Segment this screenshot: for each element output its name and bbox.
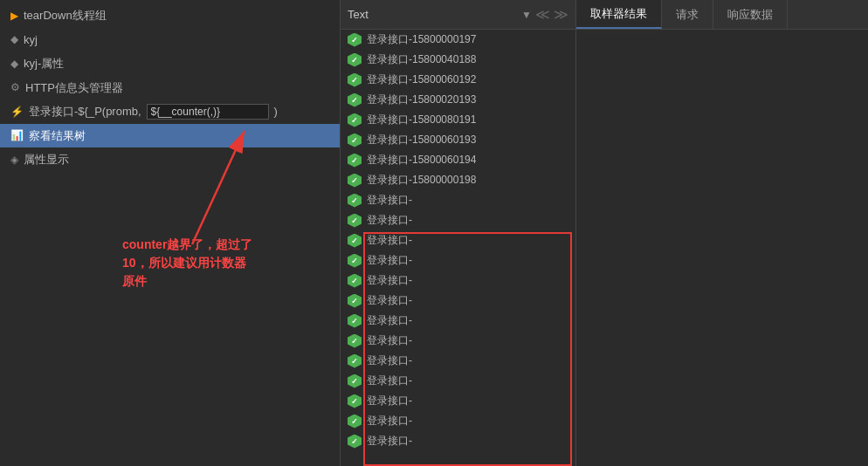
middle-list-item[interactable]: 登录接口- (341, 250, 575, 271)
shield-icon (348, 374, 362, 388)
shield-icon (348, 113, 362, 127)
right-content (576, 30, 868, 466)
middle-panel-header: Text ▼ ≪ ≫ (341, 0, 575, 30)
attr-icon: ◆ (10, 56, 18, 72)
shield-icon (348, 274, 362, 288)
middle-list-item[interactable]: 登录接口- (341, 230, 575, 250)
sidebar-item-label: HTTP信息头管理器 (25, 79, 123, 97)
tab-sampler-result[interactable]: 取样器结果 (576, 0, 662, 29)
list-item-label: 登录接口- (367, 293, 412, 308)
right-panel: 取样器结果 请求 响应数据 (576, 0, 868, 466)
sidebar-item-label: kyj (24, 31, 38, 49)
middle-list-item[interactable]: 登录接口-15800000197 (341, 30, 575, 50)
middle-list-item[interactable]: 登录接口- (341, 271, 575, 291)
shield-icon (348, 33, 362, 47)
middle-list-item[interactable]: 登录接口- (341, 431, 575, 451)
list-item-label: 登录接口-15800000197 (367, 32, 476, 47)
shield-icon (348, 354, 362, 368)
shield-icon (348, 134, 362, 147)
shield-icon (348, 394, 362, 408)
prop-icon: ◈ (10, 152, 18, 168)
shield-icon (348, 154, 362, 168)
counter-input[interactable] (147, 104, 269, 120)
list-item-label: 登录接口-15800060193 (367, 133, 476, 147)
middle-panel-title: Text (348, 8, 518, 21)
tab-request[interactable]: 请求 (662, 0, 713, 29)
middle-list-item[interactable]: 登录接口-15800060193 (341, 130, 575, 150)
middle-list-item[interactable]: 登录接口-15800060192 (341, 70, 575, 90)
list-item-label: 登录接口- (367, 313, 412, 328)
list-item-label: 登录接口-15800080191 (367, 113, 476, 127)
sidebar-item-result-tree[interactable]: 📊 察看结果树 (0, 124, 340, 148)
tab-label: 取样器结果 (590, 6, 647, 22)
shield-icon (348, 194, 362, 208)
list-item-label: 登录接口- (367, 434, 412, 449)
shield-icon (348, 53, 362, 67)
middle-list-item[interactable]: 登录接口- (341, 210, 575, 230)
middle-list-item[interactable]: 登录接口- (341, 190, 575, 210)
middle-list-item[interactable]: 登录接口-15800060194 (341, 150, 575, 170)
folder-icon: ▶ (10, 8, 18, 24)
http-icon: ⚙ (10, 79, 20, 95)
sidebar-item-label: tearDown线程组 (24, 7, 107, 24)
shield-icon (348, 435, 362, 449)
shield-icon (348, 174, 362, 188)
list-item-label: 登录接口-15800060192 (367, 72, 476, 87)
sidebar-item-teardown[interactable]: ▶ tearDown线程组 (0, 3, 340, 28)
middle-list-item[interactable]: 登录接口- (341, 371, 575, 391)
list-item-label: 登录接口- (367, 353, 412, 368)
list-item-label: 登录接口- (367, 233, 412, 248)
sidebar-item-label: 察看结果树 (29, 127, 86, 145)
list-item-label: 登录接口-15800020193 (367, 93, 476, 107)
sidebar-item-login-api[interactable]: ⚡ 登录接口-${_P(promb, ) (0, 99, 340, 124)
shield-icon (348, 334, 362, 348)
shield-icon (348, 415, 362, 428)
list-item-label: 登录接口- (367, 373, 412, 388)
middle-list-item[interactable]: 登录接口- (341, 331, 575, 351)
list-item-label: 登录接口- (367, 414, 412, 428)
middle-list-item[interactable]: 登录接口-15800040188 (341, 50, 575, 70)
list-item-label: 登录接口- (367, 213, 412, 228)
tab-response-data[interactable]: 响应数据 (713, 0, 788, 29)
shield-icon (348, 254, 362, 268)
middle-list-item[interactable]: 登录接口-15800080191 (341, 110, 575, 130)
middle-list-item[interactable]: 登录接口- (341, 391, 575, 411)
tab-label: 请求 (676, 7, 699, 23)
shield-icon (348, 294, 362, 308)
middle-panel: Text ▼ ≪ ≫ 登录接口-15800000197登录接口-15800040… (341, 0, 576, 466)
annotation-text: counter越界了，超过了 10，所以建议用计数器 原件 (122, 236, 306, 291)
sidebar-item-attr-display[interactable]: ◈ 属性显示 (0, 147, 340, 172)
list-item-label: 登录接口-15800040188 (367, 52, 476, 67)
list-item-label: 登录接口- (367, 273, 412, 288)
middle-list[interactable]: 登录接口-15800000197登录接口-15800040188登录接口-158… (341, 30, 575, 466)
shield-icon (348, 73, 362, 87)
shield-icon (348, 93, 362, 107)
sidebar-item-label: kyj-属性 (24, 55, 64, 72)
scroll-right-icon[interactable]: ≫ (554, 6, 568, 23)
list-item-label: 登录接口-15800060194 (367, 153, 476, 168)
middle-list-item[interactable]: 登录接口- (341, 411, 575, 431)
shield-icon (348, 234, 362, 248)
list-item-label: 登录接口- (367, 333, 412, 348)
middle-list-item[interactable]: 登录接口-15800020193 (341, 90, 575, 110)
middle-list-item[interactable]: 登录接口- (341, 351, 575, 371)
sidebar: ▶ tearDown线程组 ◆ kyj ◆ kyj-属性 ⚙ HTTP信息头管理… (0, 0, 341, 466)
shield-icon (348, 314, 362, 328)
list-item-label: 登录接口-15800000198 (367, 173, 476, 188)
list-item-label: 登录接口- (367, 253, 412, 268)
scroll-left-icon[interactable]: ≪ (535, 6, 550, 23)
tree-icon: 📊 (10, 127, 24, 143)
sidebar-item-label-suffix: ) (274, 103, 278, 120)
sidebar-item-kyj-attr[interactable]: ◆ kyj-属性 (0, 51, 340, 76)
tab-label: 响应数据 (727, 7, 773, 23)
shield-icon (348, 214, 362, 228)
sidebar-item-kyj[interactable]: ◆ kyj (0, 28, 340, 52)
list-item-label: 登录接口- (367, 193, 412, 208)
right-tabs: 取样器结果 请求 响应数据 (576, 0, 868, 30)
middle-list-item[interactable]: 登录接口- (341, 311, 575, 331)
dropdown-arrow-icon[interactable]: ▼ (521, 9, 532, 21)
middle-list-item[interactable]: 登录接口- (341, 291, 575, 311)
middle-list-item[interactable]: 登录接口-15800000198 (341, 170, 575, 190)
user-icon: ◆ (10, 31, 18, 47)
sidebar-item-http-header[interactable]: ⚙ HTTP信息头管理器 (0, 76, 340, 100)
